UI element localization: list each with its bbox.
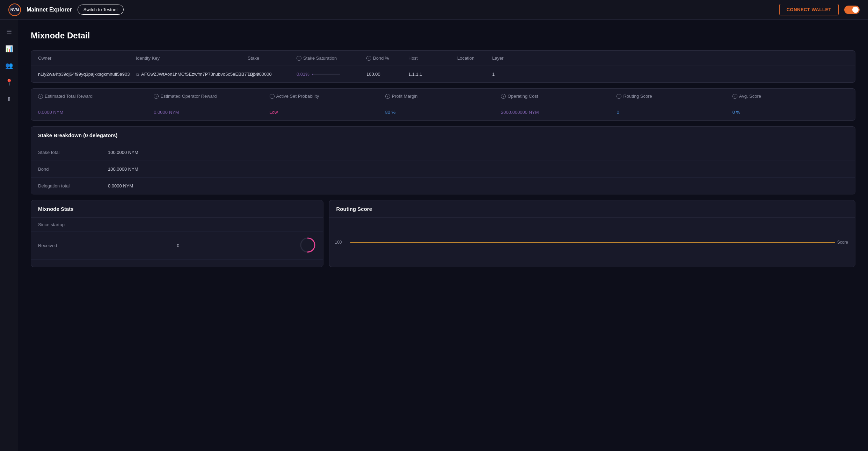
saturation-bar: [312, 74, 340, 75]
received-label: Received: [38, 243, 57, 248]
profit-margin-info-icon: i: [385, 94, 390, 99]
routing-score-title: Routing Score: [329, 200, 855, 218]
identity-key-header: Identity Key: [136, 56, 248, 61]
total-reward-header: i Estimated Total Reward: [38, 94, 154, 99]
header-right: CONNECT WALLET: [779, 4, 860, 15]
bond-percent-header: i Bond %: [366, 56, 408, 61]
stake-total-label: Stake total: [38, 150, 108, 155]
operator-reward-value: 0.0000 NYM: [154, 110, 269, 115]
routing-chart-line: [350, 242, 827, 243]
avg-score-header: i Avg. Score: [732, 94, 848, 99]
network-toggle[interactable]: [844, 6, 860, 14]
header: NVM Mainnet Explorer Switch to Testnet C…: [0, 0, 868, 20]
total-reward-info-icon: i: [38, 94, 43, 99]
layer-header: Layer: [492, 56, 513, 61]
main-table-card: Owner Identity Key Stake i Stake Saturat…: [31, 50, 855, 83]
routing-legend: Score: [827, 240, 848, 245]
active-set-info-icon: i: [270, 94, 275, 99]
stake-total-row: Stake total 100.0000 NYM: [31, 144, 855, 161]
routing-score-panel: Routing Score 100 Score: [329, 200, 856, 267]
bond-percent-info-icon: i: [366, 56, 371, 61]
stake-saturation-info-icon: i: [297, 56, 301, 61]
main-content: Mixnode Detail Owner Identity Key Stake …: [18, 20, 868, 451]
operating-cost-info-icon: i: [501, 94, 506, 99]
received-value: 0: [177, 243, 179, 248]
bottom-panels: Mixnode Stats Since startup Received 0 R…: [31, 200, 855, 267]
owner-header: Owner: [38, 56, 136, 61]
profit-margin-header: i Profit Margin: [385, 94, 501, 99]
bond-value: 100.0000 NYM: [108, 167, 138, 172]
received-row: Received 0: [31, 232, 323, 260]
bond-percent-cell: 100.00: [366, 72, 408, 77]
delegation-total-label: Delegation total: [38, 183, 108, 188]
main-table-row: n1ly2wa4tp39dj64f99yq3pajkxsgkmhufl5a903…: [31, 66, 855, 82]
app-title: Mainnet Explorer: [27, 7, 72, 13]
app-logo: NVM: [8, 3, 21, 16]
total-reward-value: 0.0000 NYM: [38, 110, 154, 115]
rewards-table-row: 0.0000 NYM 0.0000 NYM Low 80 % 2000.0000…: [31, 104, 855, 120]
layer-cell: 1: [492, 72, 513, 77]
routing-score-header: i Routing Score: [617, 94, 732, 99]
active-set-prob-value: Low: [270, 110, 385, 115]
owner-cell: n1ly2wa4tp39dj64f99yq3pajkxsgkmhufl5a903: [38, 72, 136, 77]
header-left: NVM Mainnet Explorer Switch to Testnet: [8, 3, 124, 16]
delegation-total-row: Delegation total 0.0000 NYM: [31, 178, 855, 194]
operating-cost-value: 2000.000000 NYM: [501, 110, 617, 115]
stake-saturation-cell: 0.01%: [297, 72, 366, 77]
stats-since-startup: Since startup: [31, 218, 323, 232]
bond-label: Bond: [38, 167, 108, 172]
routing-score-value: 0: [617, 110, 732, 115]
identity-key-cell: ⧉ AFGwZJWtAon1hMCfSEzwfm7P73nubvo5c5eEBB…: [136, 72, 248, 77]
stake-saturation-header: i Stake Saturation: [297, 56, 366, 61]
saturation-value: 0.01%: [297, 72, 309, 77]
copy-icon[interactable]: ⧉: [136, 72, 139, 77]
identity-key-value: AFGwZJWtAon1hMCfSEzwfm7P73nubvo5c5eEBB7T…: [141, 72, 260, 77]
rewards-table-header: i Estimated Total Reward i Estimated Ope…: [31, 89, 855, 104]
routing-chart-area: 100 Score: [329, 218, 855, 267]
active-set-prob-header: i Active Set Probability: [270, 94, 385, 99]
circular-progress: [299, 237, 316, 254]
sidebar-network-icon[interactable]: 👥: [2, 59, 16, 73]
stake-header: Stake: [248, 56, 297, 61]
switch-to-testnet-button[interactable]: Switch to Testnet: [78, 5, 124, 15]
legend-line: [827, 242, 835, 243]
page-title: Mixnode Detail: [31, 31, 855, 40]
routing-legend-label: Score: [837, 240, 848, 245]
saturation-fill: [312, 74, 313, 75]
sidebar-menu-icon[interactable]: ☰: [2, 25, 16, 39]
bond-row: Bond 100.0000 NYM: [31, 161, 855, 178]
mixnode-stats-title: Mixnode Stats: [31, 200, 323, 218]
avg-score-value: 0 %: [732, 110, 848, 115]
sidebar-upload-icon[interactable]: ⬆: [2, 92, 16, 106]
stake-breakdown-title: Stake Breakdown (0 delegators): [31, 127, 855, 144]
mixnode-stats-panel: Mixnode Stats Since startup Received 0: [31, 200, 323, 267]
avg-score-info-icon: i: [732, 94, 737, 99]
connect-wallet-button[interactable]: CONNECT WALLET: [779, 4, 839, 15]
operating-cost-header: i Operating Cost: [501, 94, 617, 99]
rewards-table-card: i Estimated Total Reward i Estimated Ope…: [31, 88, 855, 121]
sidebar-chart-icon[interactable]: 📊: [2, 42, 16, 56]
operator-reward-header: i Estimated Operator Reward: [154, 94, 269, 99]
routing-score-info-icon: i: [617, 94, 621, 99]
host-cell: 1.1.1.1: [408, 72, 457, 77]
stake-total-value: 100.0000 NYM: [108, 150, 138, 155]
host-header: Host: [408, 56, 457, 61]
stake-cell: 100.000000: [248, 72, 297, 77]
main-table-header: Owner Identity Key Stake i Stake Saturat…: [31, 51, 855, 66]
sidebar-location-icon[interactable]: 📍: [2, 75, 16, 89]
delegation-total-value: 0.0000 NYM: [108, 183, 133, 188]
location-header: Location: [457, 56, 492, 61]
sidebar: ☰ 📊 👥 📍 ⬆: [0, 20, 18, 451]
profit-margin-value: 80 %: [385, 110, 501, 115]
stake-breakdown-card: Stake Breakdown (0 delegators) Stake tot…: [31, 126, 855, 194]
routing-y-label: 100: [335, 240, 342, 245]
operator-reward-info-icon: i: [154, 94, 159, 99]
